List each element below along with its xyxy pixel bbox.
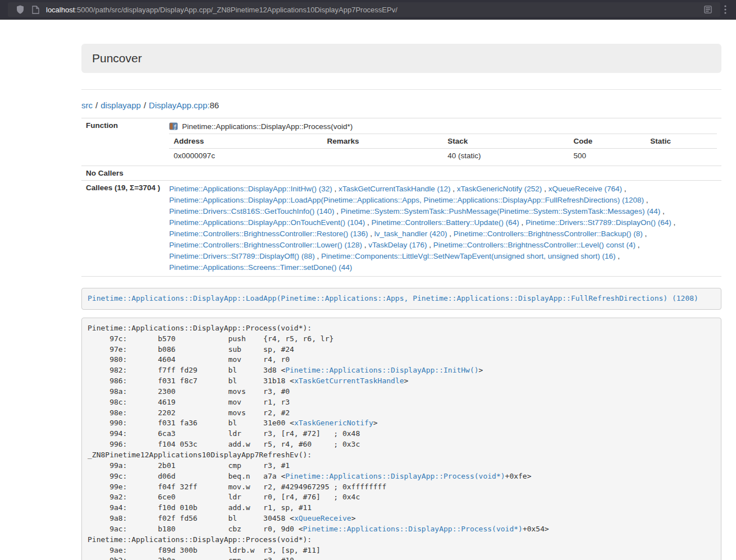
callees-row: Callees (19, Σ=3704 ) Pinetime::Applicat…: [81, 181, 721, 277]
callee-link[interactable]: Pinetime::Applications::DisplayApp::Load…: [169, 196, 644, 204]
highlighted-symbol-pre: Pinetime::Applications::DisplayApp::Load…: [81, 288, 721, 310]
callee-separator: ,: [368, 229, 374, 238]
callee-link[interactable]: xTaskGetCurrentTaskHandle (12): [339, 185, 451, 193]
page-content: Puncover src/displayapp/DisplayApp.cpp:8…: [81, 44, 721, 560]
no-callers-row: No Callers: [81, 166, 721, 181]
callee-link[interactable]: Pinetime::Drivers::St7789::DisplayOff() …: [169, 252, 314, 260]
callee-separator: ,: [427, 241, 433, 249]
url-text: localhost:5000/path/src/displayapp/Displ…: [46, 6, 397, 14]
callee-link[interactable]: Pinetime::Controllers::BrightnessControl…: [169, 241, 362, 249]
breadcrumb-link-src[interactable]: src: [81, 100, 93, 110]
stats-value-row: 0x0000097c 40 (static) 500: [169, 149, 717, 163]
no-callers-label: No Callers: [81, 166, 164, 181]
function-row-value: ƒ Pinetime::Applications::DisplayApp::Pr…: [164, 118, 721, 166]
callee-link[interactable]: vTaskDelay (176): [368, 241, 427, 249]
callee-link[interactable]: Pinetime::Controllers::BrightnessControl…: [169, 229, 368, 238]
function-stats-table: Address Remarks Stack Code Static 0x0000…: [169, 134, 717, 163]
callee-separator: ,: [643, 229, 647, 238]
callee-separator: ,: [636, 241, 640, 249]
url-bar[interactable]: localhost:5000/path/src/displayapp/Displ…: [8, 2, 720, 17]
divider: [81, 89, 721, 90]
stats-value-static: [646, 149, 717, 163]
callee-separator: ,: [365, 218, 371, 227]
breadcrumb-link-displayapp[interactable]: displayapp: [100, 100, 141, 110]
stats-header-remarks: Remarks: [323, 134, 444, 149]
callee-link[interactable]: xTaskGenericNotify (252): [457, 185, 542, 193]
function-row-label: Function: [81, 118, 164, 166]
callee-link[interactable]: Pinetime::Drivers::Cst816S::GetTouchInfo…: [169, 207, 334, 215]
tracking-protection-shield-icon[interactable]: [12, 5, 28, 14]
code-symbol-link[interactable]: xTaskGenericNotify: [294, 419, 373, 427]
callee-link[interactable]: xQueueReceive (764): [548, 185, 622, 193]
callee-separator: ,: [334, 207, 340, 215]
svg-text:ƒ: ƒ: [173, 123, 177, 130]
callee-separator: ,: [542, 185, 548, 193]
code-symbol-link[interactable]: xQueueReceive: [294, 514, 351, 522]
callee-separator: ,: [451, 185, 457, 193]
no-callers-value: [164, 166, 721, 181]
breadcrumb-link-file[interactable]: DisplayApp.cpp:: [149, 100, 209, 110]
jumbotron-header: Puncover: [81, 44, 721, 73]
callee-separator: ,: [615, 252, 620, 260]
stats-header-code: Code: [569, 134, 646, 149]
code-symbol-link[interactable]: Pinetime::Applications::DisplayApp::Proc…: [285, 472, 505, 480]
breadcrumb: src/displayapp/DisplayApp.cpp:86: [81, 100, 721, 110]
disassembly-pre: Pinetime::Applications::DisplayApp::Proc…: [81, 318, 721, 560]
breadcrumb-line-number: 86: [209, 100, 219, 110]
callee-separator: ,: [660, 207, 665, 215]
callee-link[interactable]: Pinetime::Components::LittleVgl::SetNewT…: [321, 252, 616, 260]
callees-value: Pinetime::Applications::DisplayApp::Init…: [164, 181, 721, 277]
callee-separator: ,: [644, 196, 648, 204]
callee-separator: ,: [315, 252, 321, 260]
page-info-icon[interactable]: [28, 6, 43, 14]
symbol-table: Function ƒ Pinetime::Applications::Displ…: [81, 118, 721, 277]
stats-header-address: Address: [169, 134, 322, 149]
code-symbol-link[interactable]: Pinetime::Applications::DisplayApp::Proc…: [303, 525, 523, 533]
stats-value-code: 500: [569, 149, 646, 163]
breadcrumb-separator: /: [144, 100, 146, 110]
stats-header-static: Static: [646, 134, 717, 149]
callee-link[interactable]: Pinetime::Controllers::Battery::Update()…: [372, 218, 519, 227]
function-type-icon: ƒ: [169, 122, 178, 131]
function-symbol-name: Pinetime::Applications::DisplayApp::Proc…: [182, 122, 353, 131]
callee-link[interactable]: Pinetime::Controllers::BrightnessControl…: [454, 229, 643, 238]
stats-value-address: 0x0000097c: [169, 149, 322, 163]
function-row: Function ƒ Pinetime::Applications::Displ…: [81, 118, 721, 166]
callee-link[interactable]: Pinetime::Applications::Screens::Timer::…: [169, 263, 352, 272]
stats-header-row: Address Remarks Stack Code Static: [169, 134, 717, 149]
callee-link[interactable]: lv_task_handler (420): [374, 229, 447, 238]
code-symbol-link[interactable]: xTaskGetCurrentTaskHandle: [294, 377, 404, 385]
browser-toolbar: localhost:5000/path/src/displayapp/Displ…: [0, 0, 736, 20]
function-symbol: ƒ Pinetime::Applications::DisplayApp::Pr…: [169, 122, 717, 131]
reader-view-icon[interactable]: [700, 6, 716, 13]
callee-separator: ,: [362, 241, 368, 249]
code-symbol-link[interactable]: Pinetime::Applications::DisplayApp::Init…: [285, 366, 478, 374]
callee-separator: ,: [447, 229, 454, 238]
callee-link[interactable]: Pinetime::Controllers::BrightnessControl…: [433, 241, 636, 249]
browser-menu-icon[interactable]: [720, 5, 730, 14]
breadcrumb-separator: /: [95, 100, 98, 110]
callees-label: Callees (19, Σ=3704 ): [81, 181, 164, 277]
callee-link[interactable]: Pinetime::System::SystemTask::PushMessag…: [341, 207, 660, 215]
stats-value-remarks: [323, 149, 444, 163]
callees-list: Pinetime::Applications::DisplayApp::Init…: [169, 183, 717, 273]
callee-separator: ,: [332, 185, 339, 193]
callee-separator: ,: [622, 185, 627, 193]
callee-link[interactable]: Pinetime::Applications::DisplayApp::Init…: [169, 185, 332, 193]
callee-link[interactable]: Pinetime::Applications::DisplayApp::OnTo…: [169, 218, 365, 227]
callee-separator: ,: [671, 218, 676, 227]
stats-header-stack: Stack: [443, 134, 569, 149]
callee-separator: ,: [519, 218, 525, 227]
page-title: Puncover: [92, 52, 711, 65]
stats-value-stack: 40 (static): [443, 149, 569, 163]
url-hostname: localhost: [46, 6, 75, 14]
callee-link[interactable]: Pinetime::Drivers::St7789::DisplayOn() (…: [525, 218, 671, 227]
highlighted-symbol-link[interactable]: Pinetime::Applications::DisplayApp::Load…: [88, 294, 698, 302]
url-path: :5000/path/src/displayapp/DisplayApp.cpp…: [75, 6, 397, 14]
